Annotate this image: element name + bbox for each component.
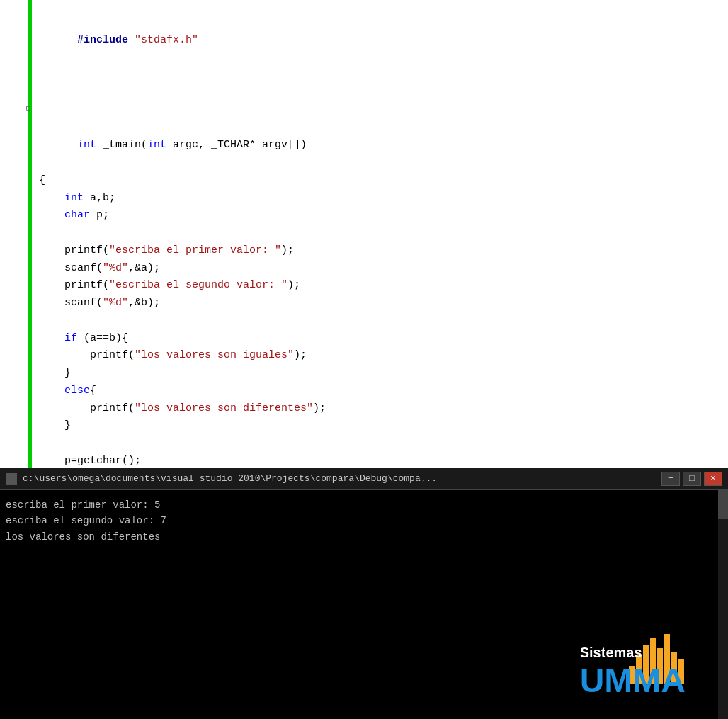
- string-diferentes: "los valores son diferentes": [135, 402, 313, 414]
- terminal-body: escriba el primer valor: 5 escriba el se…: [0, 490, 728, 719]
- code-line-close-brace1: }: [39, 365, 721, 383]
- minimize-button[interactable]: −: [661, 472, 680, 486]
- keyword-else: else: [64, 385, 90, 397]
- code-line-char-p: char p;: [39, 207, 721, 225]
- code-line-blank1: [39, 67, 721, 84]
- code-line-scanf1: scanf("%d",&a);: [39, 260, 721, 278]
- code-content: #include "stdafx.h" ⊟ int _tmain(int arg…: [0, 7, 728, 468]
- terminal-titlebar: c:\users\omega\documents\visual studio 2…: [0, 468, 728, 490]
- string-segundo-valor: "escriba el segundo valor: ": [109, 279, 288, 291]
- collapse-icon: ⊟: [26, 102, 31, 115]
- green-bar: [28, 0, 32, 468]
- code-line-scanf2: scanf("%d",&b);: [39, 295, 721, 312]
- code-line-close-brace2: }: [39, 417, 721, 435]
- terminal-line-2: escriba el segundo valor: 7: [6, 513, 722, 528]
- keyword-int2: int: [147, 139, 166, 151]
- logo-area: Sistemas UMMA: [580, 641, 686, 698]
- main-signature: _tmain(: [96, 139, 147, 151]
- keyword-if: if: [64, 332, 77, 344]
- maximize-button[interactable]: □: [683, 472, 701, 486]
- logo-sistemas-text: Sistemas: [580, 641, 686, 664]
- terminal-scrollbar[interactable]: [718, 490, 728, 719]
- code-line-blank3: [39, 225, 721, 242]
- terminal-scrollbar-thumb: [718, 490, 728, 519]
- include-filename: "stdafx.h": [135, 34, 198, 46]
- string-primer-valor: "escriba el primer valor: ": [109, 244, 281, 256]
- terminal-title: c:\users\omega\documents\visual studio 2…: [23, 473, 661, 484]
- keyword-int: int: [77, 139, 96, 151]
- code-line-int-ab: int a,b;: [39, 190, 721, 208]
- keyword-char: char: [64, 209, 90, 221]
- code-line-printf-diferentes: printf("los valores son diferentes");: [39, 400, 721, 418]
- code-line-include: #include "stdafx.h": [39, 14, 721, 67]
- logo-umma-text: UMMA: [580, 664, 686, 698]
- code-line-getchar1: p=getchar();: [39, 453, 721, 468]
- code-line-printf-iguales: printf("los valores son iguales");: [39, 347, 721, 365]
- terminal-line-1: escriba el primer valor: 5: [6, 497, 722, 513]
- code-line-printf2: printf("escriba el segundo valor: ");: [39, 277, 721, 295]
- string-iguales: "los valores son iguales": [135, 349, 294, 361]
- code-line-main: ⊟ int _tmain(int argc, _TCHAR* argv[]): [39, 102, 721, 172]
- terminal-app-icon: [6, 473, 17, 485]
- close-button[interactable]: ×: [704, 472, 722, 486]
- code-line-blank4: [39, 312, 721, 330]
- code-editor: #include "stdafx.h" ⊟ int _tmain(int arg…: [0, 0, 728, 468]
- code-line-blank5: [39, 435, 721, 453]
- code-line-open-brace: {: [39, 172, 721, 190]
- string-format-d2: "%d": [103, 297, 128, 309]
- terminal-window: c:\users\omega\documents\visual studio 2…: [0, 468, 728, 719]
- string-format-d1: "%d": [103, 262, 128, 274]
- code-line-else: else{: [39, 383, 721, 400]
- keyword-int3: int: [64, 192, 84, 204]
- terminal-controls: − □ ×: [661, 472, 722, 486]
- code-line-blank2: [39, 84, 721, 102]
- code-line-if: if (a==b){: [39, 330, 721, 348]
- terminal-line-3: los valores son diferentes: [6, 529, 722, 545]
- keyword-include: #include: [77, 34, 135, 46]
- code-line-printf1: printf("escriba el primer valor: ");: [39, 242, 721, 260]
